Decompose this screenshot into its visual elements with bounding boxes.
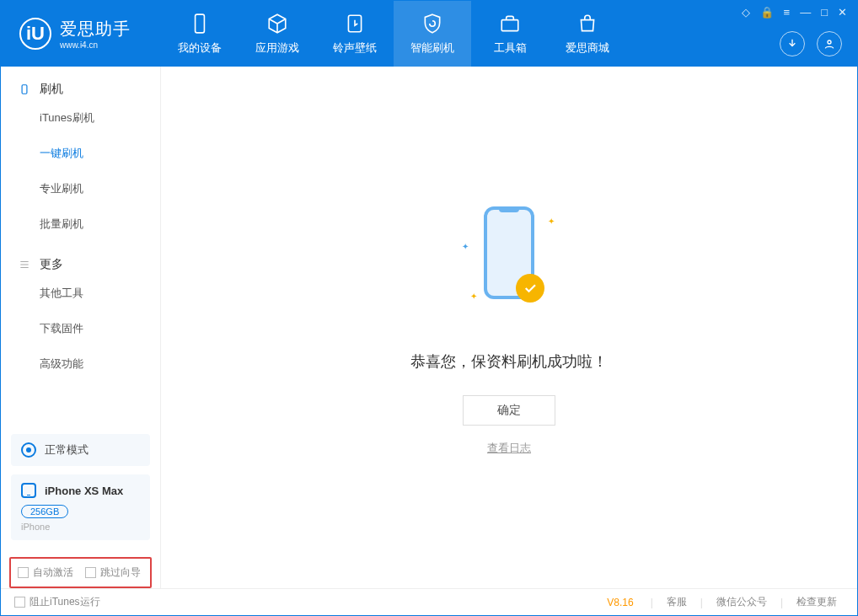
device-phone-icon: [21, 483, 36, 498]
footer-link-update[interactable]: 检查更新: [790, 595, 844, 609]
nav-store[interactable]: 爱思商城: [549, 1, 626, 67]
minimize-button[interactable]: —: [800, 6, 811, 19]
nav-my-device[interactable]: 我的设备: [161, 1, 239, 67]
device-icon: [188, 12, 212, 35]
download-button[interactable]: [780, 31, 805, 56]
device-storage-badge: 256GB: [21, 505, 68, 518]
top-nav: 我的设备 应用游戏 铃声壁纸 智能刷机 工具箱 爱思商城: [161, 1, 626, 67]
nav-label: 工具箱: [494, 40, 527, 56]
window-controls: ◇ 🔒 ≡ — □ ✕: [742, 6, 847, 19]
list-icon: [18, 258, 31, 271]
footer-right: V8.16 | 客服 | 微信公众号 | 检查更新: [607, 595, 844, 609]
sidebar-header-flash: 刷机: [1, 82, 160, 100]
sidebar-bottom: 正常模式 iPhone XS Max 256GB iPhone: [1, 424, 160, 550]
sidebar-item-download-firmware[interactable]: 下载固件: [1, 311, 160, 346]
option-block-itunes[interactable]: 阻止iTunes运行: [14, 595, 100, 609]
sidebar-title: 刷机: [40, 82, 63, 97]
user-button[interactable]: [817, 31, 842, 56]
sidebar: 刷机 iTunes刷机 一键刷机 专业刷机 批量刷机 更多 其他工具 下载固件 …: [1, 67, 161, 588]
footer-left: 阻止iTunes运行: [14, 595, 100, 609]
phone-icon: [18, 83, 31, 96]
nav-ringtones[interactable]: 铃声壁纸: [316, 1, 394, 67]
mode-label: 正常模式: [45, 442, 88, 458]
sidebar-item-pro-flash[interactable]: 专业刷机: [1, 171, 160, 206]
close-button[interactable]: ✕: [838, 6, 847, 19]
svg-rect-0: [196, 14, 205, 33]
version-label: V8.16: [607, 597, 633, 608]
toolbox-icon: [498, 12, 522, 35]
success-message: 恭喜您，保资料刷机成功啦！: [410, 351, 608, 372]
nav-label: 铃声壁纸: [333, 40, 377, 56]
app-subtitle: www.i4.cn: [60, 40, 131, 50]
options-row: 自动激活 跳过向导: [9, 557, 152, 588]
sidebar-title: 更多: [40, 257, 63, 272]
sparkle-icon: ✦: [470, 292, 477, 301]
app-window: iU 爱思助手 www.i4.cn 我的设备 应用游戏 铃声壁纸 智能刷机: [0, 0, 858, 616]
cube-icon: [265, 12, 289, 35]
check-badge-icon: [516, 274, 544, 303]
option-label: 跳过向导: [100, 565, 141, 580]
sidebar-item-itunes-flash[interactable]: iTunes刷机: [1, 100, 160, 136]
mode-card[interactable]: 正常模式: [11, 434, 150, 466]
sidebar-item-other-tools[interactable]: 其他工具: [1, 276, 160, 311]
app-logo-icon: iU: [19, 18, 51, 50]
success-illustration: ✦ ✦ ✦: [458, 200, 560, 326]
sidebar-section-more: 更多 其他工具 下载固件 高级功能: [1, 242, 160, 382]
header: iU 爱思助手 www.i4.cn 我的设备 应用游戏 铃声壁纸 智能刷机: [1, 1, 857, 67]
lock-icon[interactable]: 🔒: [760, 6, 774, 19]
nav-label: 我的设备: [178, 40, 222, 56]
body: 刷机 iTunes刷机 一键刷机 专业刷机 批量刷机 更多 其他工具 下载固件 …: [1, 67, 857, 588]
option-skip-wizard[interactable]: 跳过向导: [85, 565, 141, 580]
option-label: 阻止iTunes运行: [29, 595, 100, 609]
ok-button[interactable]: 确定: [463, 395, 555, 426]
footer: 阻止iTunes运行 V8.16 | 客服 | 微信公众号 | 检查更新: [1, 588, 857, 615]
menu-icon[interactable]: ≡: [784, 6, 791, 19]
svg-rect-4: [22, 85, 27, 94]
shirt-icon[interactable]: ◇: [742, 6, 750, 19]
option-auto-activate[interactable]: 自动激活: [18, 565, 73, 580]
sparkle-icon: ✦: [462, 242, 469, 251]
nav-label: 智能刷机: [410, 40, 454, 56]
nav-toolbox[interactable]: 工具箱: [471, 1, 549, 67]
sidebar-item-oneclick-flash[interactable]: 一键刷机: [1, 136, 160, 171]
svg-rect-2: [501, 20, 518, 31]
footer-link-wechat[interactable]: 微信公众号: [710, 595, 774, 609]
nav-apps[interactable]: 应用游戏: [239, 1, 316, 67]
sidebar-section-flash: 刷机 iTunes刷机 一键刷机 专业刷机 批量刷机: [1, 67, 160, 242]
view-log-link[interactable]: 查看日志: [487, 441, 531, 456]
checkbox-icon: [18, 567, 29, 578]
sidebar-item-batch-flash[interactable]: 批量刷机: [1, 206, 160, 242]
logo-area: iU 爱思助手 www.i4.cn: [1, 18, 161, 50]
app-title: 爱思助手: [60, 18, 131, 40]
device-name: iPhone XS Max: [45, 485, 123, 497]
footer-link-service[interactable]: 客服: [660, 595, 694, 609]
option-label: 自动激活: [33, 565, 73, 580]
sidebar-item-advanced[interactable]: 高级功能: [1, 346, 160, 382]
header-right: [780, 31, 842, 56]
checkbox-icon: [85, 567, 96, 578]
svg-point-3: [828, 40, 831, 44]
device-card[interactable]: iPhone XS Max 256GB iPhone: [11, 474, 150, 540]
sidebar-header-more: 更多: [1, 257, 160, 276]
mode-icon: [21, 442, 36, 458]
refresh-shield-icon: [421, 12, 444, 35]
maximize-button[interactable]: □: [821, 6, 828, 19]
music-icon: [343, 12, 367, 35]
nav-label: 爱思商城: [566, 40, 609, 56]
checkbox-icon: [14, 597, 25, 608]
sparkle-icon: ✦: [548, 217, 555, 226]
bag-icon: [576, 12, 599, 35]
device-type: iPhone: [21, 522, 140, 532]
phone-illust-notch: [499, 208, 519, 212]
nav-flash[interactable]: 智能刷机: [394, 1, 471, 67]
nav-label: 应用游戏: [255, 40, 299, 56]
main-content: ✦ ✦ ✦ 恭喜您，保资料刷机成功啦！ 确定 查看日志: [161, 67, 857, 588]
